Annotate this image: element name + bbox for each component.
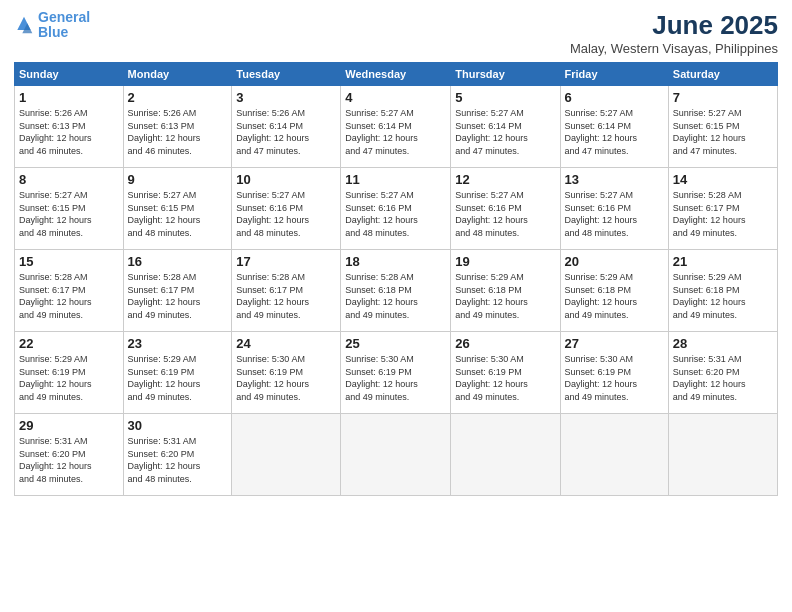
day-number: 17 [236,254,336,269]
day-cell: 14Sunrise: 5:28 AM Sunset: 6:17 PM Dayli… [668,168,777,250]
header: General Blue June 2025 Malay, Western Vi… [14,10,778,56]
day-info: Sunrise: 5:29 AM Sunset: 6:18 PM Dayligh… [565,271,664,321]
day-info: Sunrise: 5:28 AM Sunset: 6:17 PM Dayligh… [128,271,228,321]
day-cell: 22Sunrise: 5:29 AM Sunset: 6:19 PM Dayli… [15,332,124,414]
day-number: 21 [673,254,773,269]
title-block: June 2025 Malay, Western Visayas, Philip… [570,10,778,56]
day-cell: 1Sunrise: 5:26 AM Sunset: 6:13 PM Daylig… [15,86,124,168]
col-monday: Monday [123,63,232,86]
day-cell: 25Sunrise: 5:30 AM Sunset: 6:19 PM Dayli… [341,332,451,414]
day-number: 16 [128,254,228,269]
day-cell: 2Sunrise: 5:26 AM Sunset: 6:13 PM Daylig… [123,86,232,168]
day-info: Sunrise: 5:26 AM Sunset: 6:14 PM Dayligh… [236,107,336,157]
day-info: Sunrise: 5:30 AM Sunset: 6:19 PM Dayligh… [565,353,664,403]
day-number: 11 [345,172,446,187]
day-cell [560,414,668,496]
day-number: 26 [455,336,555,351]
day-number: 24 [236,336,336,351]
day-cell: 9Sunrise: 5:27 AM Sunset: 6:15 PM Daylig… [123,168,232,250]
day-info: Sunrise: 5:27 AM Sunset: 6:15 PM Dayligh… [128,189,228,239]
calendar-title: June 2025 [570,10,778,41]
day-info: Sunrise: 5:26 AM Sunset: 6:13 PM Dayligh… [128,107,228,157]
day-info: Sunrise: 5:28 AM Sunset: 6:18 PM Dayligh… [345,271,446,321]
day-cell: 11Sunrise: 5:27 AM Sunset: 6:16 PM Dayli… [341,168,451,250]
week-row-w3: 15Sunrise: 5:28 AM Sunset: 6:17 PM Dayli… [15,250,778,332]
day-number: 15 [19,254,119,269]
day-cell: 7Sunrise: 5:27 AM Sunset: 6:15 PM Daylig… [668,86,777,168]
day-info: Sunrise: 5:31 AM Sunset: 6:20 PM Dayligh… [673,353,773,403]
day-info: Sunrise: 5:30 AM Sunset: 6:19 PM Dayligh… [236,353,336,403]
day-number: 10 [236,172,336,187]
day-number: 25 [345,336,446,351]
day-number: 7 [673,90,773,105]
col-thursday: Thursday [451,63,560,86]
day-cell: 8Sunrise: 5:27 AM Sunset: 6:15 PM Daylig… [15,168,124,250]
logo-line1: General [38,9,90,25]
col-tuesday: Tuesday [232,63,341,86]
day-cell: 15Sunrise: 5:28 AM Sunset: 6:17 PM Dayli… [15,250,124,332]
day-cell: 24Sunrise: 5:30 AM Sunset: 6:19 PM Dayli… [232,332,341,414]
day-number: 13 [565,172,664,187]
day-info: Sunrise: 5:27 AM Sunset: 6:14 PM Dayligh… [345,107,446,157]
day-cell: 20Sunrise: 5:29 AM Sunset: 6:18 PM Dayli… [560,250,668,332]
header-row: Sunday Monday Tuesday Wednesday Thursday… [15,63,778,86]
day-info: Sunrise: 5:27 AM Sunset: 6:16 PM Dayligh… [236,189,336,239]
day-number: 12 [455,172,555,187]
day-cell: 30Sunrise: 5:31 AM Sunset: 6:20 PM Dayli… [123,414,232,496]
col-friday: Friday [560,63,668,86]
day-info: Sunrise: 5:29 AM Sunset: 6:18 PM Dayligh… [455,271,555,321]
day-info: Sunrise: 5:27 AM Sunset: 6:15 PM Dayligh… [673,107,773,157]
day-cell: 10Sunrise: 5:27 AM Sunset: 6:16 PM Dayli… [232,168,341,250]
day-number: 29 [19,418,119,433]
col-saturday: Saturday [668,63,777,86]
day-info: Sunrise: 5:30 AM Sunset: 6:19 PM Dayligh… [345,353,446,403]
week-row-w2: 8Sunrise: 5:27 AM Sunset: 6:15 PM Daylig… [15,168,778,250]
day-cell: 3Sunrise: 5:26 AM Sunset: 6:14 PM Daylig… [232,86,341,168]
day-info: Sunrise: 5:27 AM Sunset: 6:15 PM Dayligh… [19,189,119,239]
day-number: 2 [128,90,228,105]
day-cell [668,414,777,496]
day-number: 18 [345,254,446,269]
day-info: Sunrise: 5:28 AM Sunset: 6:17 PM Dayligh… [236,271,336,321]
day-info: Sunrise: 5:27 AM Sunset: 6:16 PM Dayligh… [455,189,555,239]
day-info: Sunrise: 5:28 AM Sunset: 6:17 PM Dayligh… [19,271,119,321]
logo: General Blue [14,10,90,41]
day-cell: 12Sunrise: 5:27 AM Sunset: 6:16 PM Dayli… [451,168,560,250]
day-info: Sunrise: 5:26 AM Sunset: 6:13 PM Dayligh… [19,107,119,157]
day-number: 8 [19,172,119,187]
day-cell: 23Sunrise: 5:29 AM Sunset: 6:19 PM Dayli… [123,332,232,414]
day-cell: 5Sunrise: 5:27 AM Sunset: 6:14 PM Daylig… [451,86,560,168]
day-info: Sunrise: 5:31 AM Sunset: 6:20 PM Dayligh… [128,435,228,485]
day-info: Sunrise: 5:29 AM Sunset: 6:19 PM Dayligh… [19,353,119,403]
week-row-w4: 22Sunrise: 5:29 AM Sunset: 6:19 PM Dayli… [15,332,778,414]
calendar-table: Sunday Monday Tuesday Wednesday Thursday… [14,62,778,496]
day-number: 22 [19,336,119,351]
week-row-w5: 29Sunrise: 5:31 AM Sunset: 6:20 PM Dayli… [15,414,778,496]
day-number: 20 [565,254,664,269]
day-number: 19 [455,254,555,269]
day-cell: 21Sunrise: 5:29 AM Sunset: 6:18 PM Dayli… [668,250,777,332]
day-number: 4 [345,90,446,105]
logo-line2: Blue [38,24,68,40]
day-number: 5 [455,90,555,105]
day-number: 23 [128,336,228,351]
page: General Blue June 2025 Malay, Western Vi… [0,0,792,612]
day-number: 1 [19,90,119,105]
day-info: Sunrise: 5:31 AM Sunset: 6:20 PM Dayligh… [19,435,119,485]
day-cell: 4Sunrise: 5:27 AM Sunset: 6:14 PM Daylig… [341,86,451,168]
day-cell [232,414,341,496]
day-cell: 29Sunrise: 5:31 AM Sunset: 6:20 PM Dayli… [15,414,124,496]
day-info: Sunrise: 5:28 AM Sunset: 6:17 PM Dayligh… [673,189,773,239]
day-info: Sunrise: 5:29 AM Sunset: 6:18 PM Dayligh… [673,271,773,321]
day-info: Sunrise: 5:27 AM Sunset: 6:14 PM Dayligh… [455,107,555,157]
day-cell [341,414,451,496]
day-number: 3 [236,90,336,105]
day-info: Sunrise: 5:27 AM Sunset: 6:16 PM Dayligh… [345,189,446,239]
day-cell: 13Sunrise: 5:27 AM Sunset: 6:16 PM Dayli… [560,168,668,250]
logo-text: General Blue [38,10,90,41]
col-sunday: Sunday [15,63,124,86]
day-info: Sunrise: 5:27 AM Sunset: 6:14 PM Dayligh… [565,107,664,157]
week-row-w1: 1Sunrise: 5:26 AM Sunset: 6:13 PM Daylig… [15,86,778,168]
day-cell: 26Sunrise: 5:30 AM Sunset: 6:19 PM Dayli… [451,332,560,414]
day-number: 30 [128,418,228,433]
